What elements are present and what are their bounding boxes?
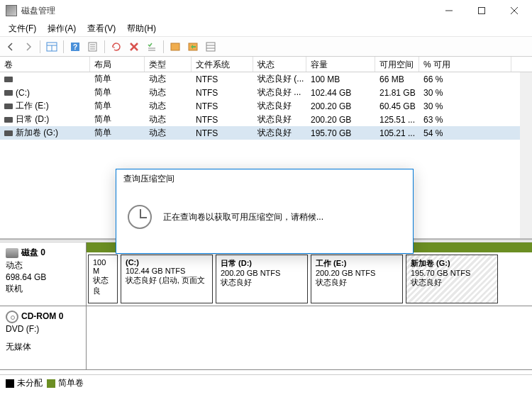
cell: 125.51 ...: [375, 114, 419, 125]
partition[interactable]: 日常 (D:)200.20 GB NTFS状态良好: [216, 255, 308, 303]
cell: 动态: [145, 99, 192, 113]
partition-label: 工作 (E:): [316, 258, 398, 269]
cell: 动态: [145, 113, 192, 126]
cell: 60.45 GB: [375, 101, 419, 112]
column-header[interactable]: 布局: [90, 57, 145, 72]
cell: 66 MB: [375, 74, 419, 85]
settings-icon[interactable]: [167, 39, 183, 55]
cell: 66 %: [419, 74, 511, 85]
menu-action[interactable]: 操作(A): [42, 21, 82, 36]
cell: 简单: [90, 126, 145, 140]
partition-size: 100 M: [93, 258, 113, 275]
partition-label: 日常 (D:): [221, 258, 303, 269]
cell: 状态良好 (...: [253, 72, 306, 86]
close-button[interactable]: [498, 0, 531, 21]
volume-row[interactable]: 新加卷 (G:)简单动态NTFS状态良好195.70 GB105.21 ...5…: [0, 126, 532, 140]
list-icon[interactable]: [203, 39, 218, 55]
toolbar: ?: [0, 37, 532, 57]
cdrom-info[interactable]: CD-ROM 0 DVD (F:) 无媒体: [0, 306, 87, 369]
disk-name: 磁盘 0: [21, 247, 45, 257]
titlebar: 磁盘管理: [0, 0, 532, 21]
dialog-title: 查询压缩空间: [116, 169, 413, 189]
column-header[interactable]: 可用空间: [375, 57, 419, 72]
cell: 状态良好: [253, 113, 306, 126]
volume-list-header: 卷布局类型文件系统状态容量可用空间% 可用: [0, 57, 532, 72]
cell: 200.20 GB: [306, 101, 375, 112]
cell: 动态: [145, 126, 192, 140]
back-button[interactable]: [3, 39, 18, 55]
volume-row[interactable]: (C:)简单动态NTFS状态良好 ...102.44 GB21.81 GB30 …: [0, 86, 532, 99]
cell: 工作 (E:): [0, 99, 90, 113]
cell: NTFS: [192, 128, 253, 139]
dialog-text: 正在查询卷以获取可用压缩空间，请稍候...: [163, 211, 323, 223]
menu-view[interactable]: 查看(V): [82, 21, 121, 36]
cell: 200.20 GB: [306, 114, 375, 125]
window-title: 磁盘管理: [21, 5, 433, 17]
checklist-icon[interactable]: [144, 39, 160, 55]
partition-size: 200.20 GB NTFS: [221, 269, 303, 277]
menu-file[interactable]: 文件(F): [3, 21, 42, 36]
column-header[interactable]: 类型: [145, 57, 192, 72]
partition[interactable]: 100 M状态良: [88, 255, 118, 303]
cell: 动态: [145, 72, 192, 86]
partition-label: 新加卷 (G:): [411, 258, 493, 269]
svg-rect-1: [479, 8, 485, 14]
volume-icon: [4, 130, 13, 136]
action-icon[interactable]: [185, 39, 201, 55]
cell: (C:): [0, 87, 90, 99]
column-header[interactable]: % 可用: [419, 57, 511, 72]
cell: 新加卷 (G:): [0, 126, 90, 140]
volume-row[interactable]: 日常 (D:)简单动态NTFS状态良好200.20 GB125.51 ...63…: [0, 113, 532, 126]
volume-icon: [4, 77, 13, 82]
svg-text:?: ?: [73, 43, 77, 51]
cell: 动态: [145, 86, 192, 99]
partition[interactable]: 工作 (E:)200.20 GB NTFS状态良好: [311, 255, 403, 303]
column-header[interactable]: 文件系统: [192, 57, 253, 72]
partition-size: 195.70 GB NTFS: [411, 269, 493, 277]
view-split-button[interactable]: [44, 39, 60, 55]
cell: 简单: [90, 72, 145, 86]
menu-help[interactable]: 帮助(H): [121, 21, 162, 36]
legend-swatch-simple: [47, 379, 55, 388]
cdrom-row: CD-ROM 0 DVD (F:) 无媒体: [0, 306, 532, 370]
disk-pane: 磁盘 0 动态 698.64 GB 联机 100 M状态良(C:)102.44 …: [0, 242, 532, 374]
volume-icon: [4, 104, 13, 109]
partition[interactable]: (C:)102.44 GB NTFS状态良好 (启动, 页面文: [121, 255, 213, 303]
legend-swatch-unallocated: [6, 379, 14, 388]
partition[interactable]: 新加卷 (G:)195.70 GB NTFS状态良好: [406, 255, 498, 303]
properties-icon[interactable]: [85, 39, 101, 55]
legend-unallocated: 未分配: [17, 378, 43, 388]
cell: 简单: [90, 113, 145, 126]
minimize-button[interactable]: [433, 0, 465, 21]
refresh-icon[interactable]: [109, 39, 124, 55]
svg-rect-17: [171, 43, 179, 50]
help-icon[interactable]: ?: [67, 39, 83, 55]
cell: 102.44 GB: [306, 87, 375, 99]
volume-row[interactable]: 简单动态NTFS状态良好 (...100 MB66 MB66 %: [0, 72, 532, 86]
cell: [0, 74, 90, 85]
scrollbar[interactable]: [520, 72, 532, 238]
cdrom-type: DVD (F:): [6, 324, 80, 334]
svg-rect-19: [206, 43, 215, 51]
cell: 63 %: [419, 114, 511, 125]
cell: 100 MB: [306, 74, 375, 85]
cell: NTFS: [192, 114, 253, 125]
partition-status: 状态良好: [316, 277, 398, 288]
column-header[interactable]: 容量: [306, 57, 375, 72]
cell: NTFS: [192, 74, 253, 85]
partition-status: 状态良好: [411, 277, 493, 288]
cell: 简单: [90, 86, 145, 99]
partition-size: 102.44 GB NTFS: [126, 267, 208, 275]
legend-simple: 简单卷: [58, 378, 84, 388]
forward-button[interactable]: [21, 39, 36, 55]
disk-info[interactable]: 磁盘 0 动态 698.64 GB 联机: [0, 242, 87, 306]
column-header[interactable]: 卷: [0, 57, 90, 72]
maximize-button[interactable]: [465, 0, 498, 21]
volume-row[interactable]: 工作 (E:)简单动态NTFS状态良好200.20 GB60.45 GB30 %: [0, 99, 532, 113]
column-header[interactable]: 状态: [253, 57, 306, 72]
partition-status: 状态良好 (启动, 页面文: [126, 275, 208, 286]
cell: 21.81 GB: [375, 87, 419, 99]
partition-status: 状态良好: [221, 277, 303, 288]
delete-icon[interactable]: [126, 39, 142, 55]
cell: 54 %: [419, 128, 511, 139]
